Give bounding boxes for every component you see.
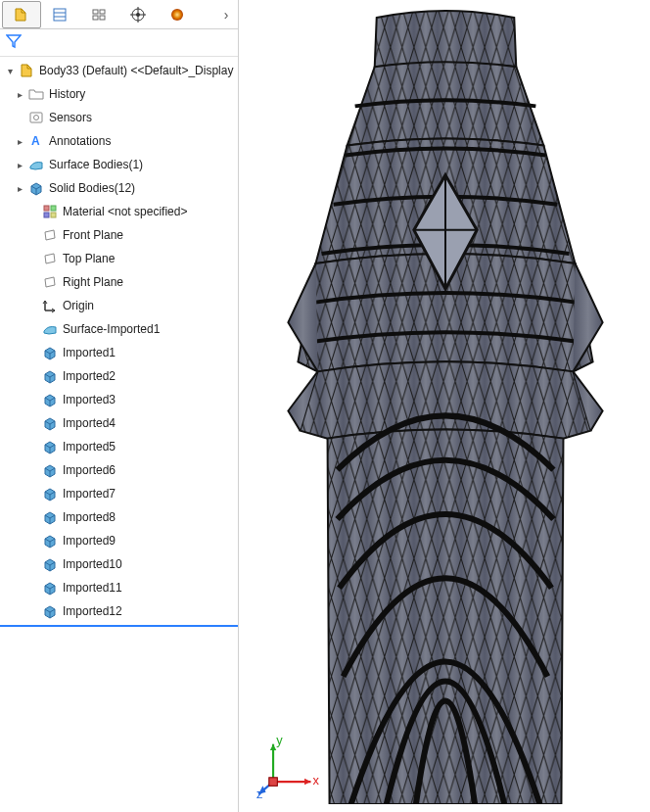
tree-item-imported[interactable]: ▸Imported9 xyxy=(0,529,238,552)
tree-item-imported[interactable]: ▸Imported8 xyxy=(0,505,238,529)
tree-root[interactable]: ▾ Body33 (Default) <<Default>_Display xyxy=(0,59,238,82)
plane-icon xyxy=(41,273,59,291)
solid-feature-icon xyxy=(41,485,59,502)
sensors-icon xyxy=(27,109,45,126)
funnel-icon xyxy=(6,33,22,52)
material-icon xyxy=(41,203,59,220)
item-label: History xyxy=(49,87,85,101)
tree-item-solid-bodies[interactable]: ▸ Solid Bodies(12) xyxy=(0,176,238,200)
item-label: Annotations xyxy=(49,134,111,148)
expand-icon[interactable]: ▸ xyxy=(14,135,25,147)
solid-feature-icon xyxy=(41,602,59,620)
collapse-icon[interactable]: ▾ xyxy=(4,65,16,76)
tree-item-annotations[interactable]: ▸ A Annotations xyxy=(0,129,238,153)
solid-feature-icon xyxy=(41,414,59,432)
item-label: Sensors xyxy=(49,111,92,124)
solid-feature-icon xyxy=(41,438,59,455)
svg-rect-15 xyxy=(44,206,49,211)
tree-item-surface-bodies[interactable]: ▸ Surface Bodies(1) xyxy=(0,153,238,176)
origin-icon xyxy=(41,297,59,314)
tree-item-imported[interactable]: ▸Imported10 xyxy=(0,552,238,576)
tree-item-front-plane[interactable]: ▸ Front Plane xyxy=(0,223,238,247)
feature-tree: ▾ Body33 (Default) <<Default>_Display ▸ … xyxy=(0,57,238,812)
expand-icon[interactable]: ▸ xyxy=(14,88,25,100)
svg-rect-16 xyxy=(51,206,56,211)
tree-item-imported[interactable]: ▸Imported2 xyxy=(0,364,238,388)
solid-feature-icon xyxy=(41,391,59,408)
item-label: Surface Bodies(1) xyxy=(49,158,143,171)
part-icon xyxy=(18,62,35,79)
item-label: Origin xyxy=(63,299,94,312)
item-label: Imported11 xyxy=(63,581,122,595)
item-label: Imported9 xyxy=(63,534,116,548)
item-label: Top Plane xyxy=(63,252,115,265)
property-icon xyxy=(51,6,69,24)
tab-configuration-manager[interactable] xyxy=(80,1,119,28)
tree-item-imported[interactable]: ▸Imported6 xyxy=(0,458,238,482)
tree-end-marker xyxy=(0,625,238,627)
chevron-right-icon: › xyxy=(224,7,229,23)
solid-feature-icon xyxy=(41,461,59,479)
surface-feature-icon xyxy=(41,320,59,338)
graphics-viewport[interactable]: x y z xyxy=(239,0,650,812)
svg-rect-6 xyxy=(100,16,105,20)
panel-tabbar: › xyxy=(0,0,238,29)
tree-item-imported[interactable]: ▸Imported4 xyxy=(0,411,238,435)
model-render xyxy=(249,8,642,804)
solid-body-icon xyxy=(27,179,45,197)
svg-rect-4 xyxy=(100,10,105,14)
tree-item-material[interactable]: ▸ Material <not specified> xyxy=(0,200,238,223)
feature-manager-panel: › ▾ Body33 (Default) <<Default>_Display … xyxy=(0,0,239,812)
filter-bar[interactable] xyxy=(0,29,238,57)
solid-feature-icon xyxy=(41,532,59,549)
svg-rect-5 xyxy=(93,16,98,20)
tab-display-manager[interactable] xyxy=(159,1,198,28)
tree-item-imported[interactable]: ▸Imported1 xyxy=(0,341,238,364)
appearance-icon xyxy=(168,6,186,24)
svg-rect-0 xyxy=(54,9,66,21)
tree-item-right-plane[interactable]: ▸ Right Plane xyxy=(0,270,238,294)
expand-icon[interactable]: ▸ xyxy=(14,159,25,170)
solid-feature-icon xyxy=(41,367,59,385)
tree-item-sensors[interactable]: ▸ Sensors xyxy=(0,106,238,129)
item-label: Imported1 xyxy=(63,346,116,359)
folder-icon xyxy=(27,85,45,103)
plane-icon xyxy=(41,226,59,244)
expand-icon[interactable]: ▸ xyxy=(14,182,25,194)
solid-feature-icon xyxy=(41,555,59,573)
tree-item-origin[interactable]: ▸ Origin xyxy=(0,294,238,317)
annotations-icon: A xyxy=(27,132,45,150)
item-label: Imported8 xyxy=(63,510,116,524)
tab-feature-manager[interactable] xyxy=(2,1,41,28)
item-label: Imported5 xyxy=(63,440,116,454)
svg-rect-17 xyxy=(44,213,49,217)
tree-item-imported[interactable]: ▸Imported5 xyxy=(0,435,238,458)
tab-overflow[interactable]: › xyxy=(216,1,236,28)
svg-rect-26 xyxy=(269,778,278,787)
tree-item-imported[interactable]: ▸Imported12 xyxy=(0,599,238,623)
svg-rect-12 xyxy=(30,113,42,122)
triad-x-label: x xyxy=(313,773,320,788)
item-label: Imported12 xyxy=(63,604,122,618)
item-label: Imported6 xyxy=(63,463,116,477)
orientation-triad[interactable]: x y z xyxy=(256,734,319,796)
svg-rect-3 xyxy=(93,10,98,14)
triad-y-label: y xyxy=(276,733,283,747)
item-label: Imported10 xyxy=(63,557,122,571)
tree-item-history[interactable]: ▸ History xyxy=(0,82,238,106)
tree-item-imported[interactable]: ▸Imported3 xyxy=(0,388,238,411)
config-icon xyxy=(90,6,108,24)
tree-item-imported[interactable]: ▸Imported11 xyxy=(0,576,238,599)
tree-root-label: Body33 (Default) <<Default>_Display xyxy=(39,64,233,77)
triad-z-label: z xyxy=(256,787,262,801)
tab-dimxpert[interactable] xyxy=(119,1,159,28)
tab-property-manager[interactable] xyxy=(41,1,80,28)
item-label: Imported4 xyxy=(63,416,116,430)
solid-feature-icon xyxy=(41,344,59,361)
item-label: Surface-Imported1 xyxy=(63,322,160,336)
tree-item-imported[interactable]: ▸Imported7 xyxy=(0,482,238,505)
dimxpert-icon xyxy=(129,6,147,24)
tree-item-surface-imported1[interactable]: ▸ Surface-Imported1 xyxy=(0,317,238,341)
surface-body-icon xyxy=(27,156,45,173)
tree-item-top-plane[interactable]: ▸ Top Plane xyxy=(0,247,238,270)
